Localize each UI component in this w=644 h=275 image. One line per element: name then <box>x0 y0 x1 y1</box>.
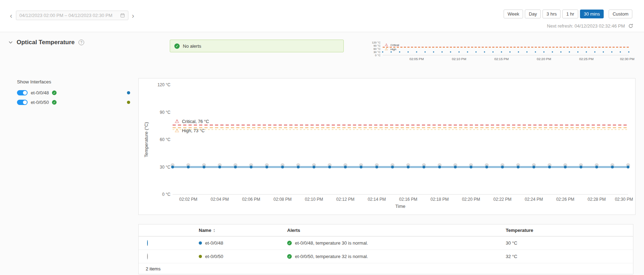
interfaces-panel: Show Interfaces et-0/0/48✓et-0/0/50✓ <box>17 79 130 107</box>
range-button-30-mins[interactable]: 30 mins <box>580 10 604 18</box>
interfaces-table: Name ▴▾ Alerts Temperature et-0/0/48✓et-… <box>138 224 633 274</box>
svg-text:30 °C: 30 °C <box>373 51 381 54</box>
column-header-temperature: Temperature <box>506 228 633 233</box>
chevron-right-icon[interactable]: › <box>131 12 135 19</box>
svg-text:02:30 PM: 02:30 PM <box>620 57 634 61</box>
range-button-1-hr[interactable]: 1 hr <box>562 10 578 18</box>
alerts-banner: ✓ No alerts <box>170 40 344 52</box>
check-circle-icon: ✓ <box>174 43 180 49</box>
interface-name: et-0/0/48 <box>205 240 223 246</box>
svg-text:120 °C: 120 °C <box>157 82 170 87</box>
alerts-banner-text: No alerts <box>183 43 201 49</box>
refresh-icon[interactable] <box>628 23 633 29</box>
svg-text:90 °C: 90 °C <box>373 44 381 47</box>
temperature-chart: 0 °C30 °C60 °C90 °C120 °C02:02 PM02:04 P… <box>139 78 634 214</box>
section-header: Optical Temperature ? <box>8 39 84 46</box>
svg-text:02:04 PM: 02:04 PM <box>211 197 229 202</box>
svg-text:⚠: ⚠ <box>385 43 388 47</box>
time-range-buttons: WeekDay3 hrs1 hr30 minsCustom <box>504 10 632 18</box>
temperature-chart-card: 0 °C30 °C60 °C90 °C120 °C02:02 PM02:04 P… <box>138 78 636 215</box>
range-button-3-hrs[interactable]: 3 hrs <box>543 10 561 18</box>
table-row[interactable]: et-0/0/50✓et-0/0/50, temperature 32 is n… <box>139 250 633 263</box>
svg-text:02:15 PM: 02:15 PM <box>494 57 509 61</box>
svg-text:02:16 PM: 02:16 PM <box>399 197 417 202</box>
chevron-down-icon[interactable] <box>8 41 13 44</box>
alert-text: et-0/0/48, temperature 30 is normal. <box>295 240 368 246</box>
temperature-value: 30 °C <box>506 240 517 246</box>
table-header: Name ▴▾ Alerts Temperature <box>139 224 633 236</box>
svg-text:⚠: ⚠ <box>175 128 179 133</box>
status-ok-icon: ✓ <box>52 90 57 95</box>
svg-text:0 °C: 0 °C <box>162 192 171 197</box>
svg-text:02:26 PM: 02:26 PM <box>556 197 574 202</box>
series-color-dot <box>199 241 202 245</box>
svg-text:02:12 PM: 02:12 PM <box>336 197 354 202</box>
help-icon[interactable]: ? <box>79 40 84 45</box>
svg-text:60 °C: 60 °C <box>373 47 381 51</box>
svg-text:High: High <box>390 48 396 51</box>
svg-text:02:22 PM: 02:22 PM <box>493 197 511 202</box>
svg-text:02:06 PM: 02:06 PM <box>242 197 260 202</box>
table-footer-count: 2 items <box>146 266 161 271</box>
svg-text:02:08 PM: 02:08 PM <box>273 197 291 202</box>
interface-name: et-0/0/48 <box>31 90 49 95</box>
svg-text:⚠: ⚠ <box>385 47 388 51</box>
check-circle-icon: ✓ <box>287 254 292 259</box>
svg-text:⚠: ⚠ <box>175 118 179 124</box>
svg-text:02:02 PM: 02:02 PM <box>179 197 197 202</box>
mini-trend-chart: 120 °C90 °C60 °C30 °C0 °C02:05 PM02:10 P… <box>364 40 636 65</box>
sort-icon[interactable]: ▴▾ <box>213 228 215 233</box>
interface-toggle-row: et-0/0/50✓ <box>17 98 130 107</box>
row-select-radio[interactable] <box>147 253 148 259</box>
page-title: Optical Temperature <box>17 39 75 46</box>
series-color-dot <box>127 101 130 104</box>
svg-text:02:24 PM: 02:24 PM <box>525 197 543 202</box>
topbar: ‹ 04/12/2023 02:00 PM – 04/12/2023 02:30… <box>0 0 644 32</box>
column-header-alerts: Alerts <box>287 228 506 233</box>
date-range-input[interactable]: 04/12/2023 02:00 PM – 04/12/2023 02:30 P… <box>16 11 128 20</box>
toggle-switch-et-0-0-48[interactable] <box>17 90 28 95</box>
range-button-custom[interactable]: Custom <box>609 10 632 18</box>
svg-text:120 °C: 120 °C <box>372 41 381 44</box>
interface-name: et-0/0/50 <box>205 254 223 259</box>
svg-text:30 °C: 30 °C <box>160 165 170 170</box>
svg-text:02:05 PM: 02:05 PM <box>410 57 424 61</box>
check-circle-icon: ✓ <box>287 241 292 245</box>
svg-text:02:30 PM: 02:30 PM <box>615 197 633 202</box>
refresh-row: Next refresh: 04/12/2023 02:32:46 PM <box>547 23 633 29</box>
svg-text:Time: Time <box>395 204 405 209</box>
temperature-value: 32 °C <box>506 254 517 259</box>
svg-text:02:18 PM: 02:18 PM <box>430 197 448 202</box>
range-button-week[interactable]: Week <box>504 10 523 18</box>
date-range-value: 04/12/2023 02:00 PM – 04/12/2023 02:30 P… <box>19 13 112 18</box>
date-range-picker: ‹ 04/12/2023 02:00 PM – 04/12/2023 02:30… <box>9 11 135 20</box>
svg-text:02:20 PM: 02:20 PM <box>537 57 551 61</box>
alert-text: et-0/0/50, temperature 32 is normal. <box>295 254 368 259</box>
svg-text:02:28 PM: 02:28 PM <box>587 197 605 202</box>
column-header-name[interactable]: Name <box>199 228 211 233</box>
interface-toggle-row: et-0/0/48✓ <box>17 88 130 98</box>
page: ‹ 04/12/2023 02:00 PM – 04/12/2023 02:30… <box>0 0 644 275</box>
svg-text:High, 73 °C: High, 73 °C <box>182 128 205 133</box>
calendar-icon[interactable] <box>120 13 125 18</box>
toggle-switch-et-0-0-50[interactable] <box>17 100 28 105</box>
svg-text:0 °C: 0 °C <box>375 54 381 57</box>
table-row[interactable]: et-0/0/48✓et-0/0/48, temperature 30 is n… <box>139 236 633 250</box>
svg-text:Critical, 76 °C: Critical, 76 °C <box>182 119 209 124</box>
svg-text:Critical: Critical <box>390 43 399 47</box>
row-select-radio[interactable] <box>147 240 148 246</box>
interface-name: et-0/0/50 <box>31 100 49 105</box>
svg-text:60 °C: 60 °C <box>160 137 170 142</box>
next-refresh-label: Next refresh: 04/12/2023 02:32:46 PM <box>547 23 625 29</box>
table-footer: 2 items <box>139 263 633 274</box>
svg-text:02:10 PM: 02:10 PM <box>452 57 466 61</box>
svg-text:02:10 PM: 02:10 PM <box>305 197 323 202</box>
sort-desc-icon: ▾ <box>213 230 215 233</box>
svg-text:02:20 PM: 02:20 PM <box>462 197 480 202</box>
range-button-day[interactable]: Day <box>525 10 541 18</box>
status-ok-icon: ✓ <box>52 100 57 105</box>
svg-text:Temperature (°C): Temperature (°C) <box>144 122 149 157</box>
chevron-left-icon[interactable]: ‹ <box>9 12 13 19</box>
svg-text:02:25 PM: 02:25 PM <box>579 57 594 61</box>
interfaces-panel-title: Show Interfaces <box>17 79 130 84</box>
